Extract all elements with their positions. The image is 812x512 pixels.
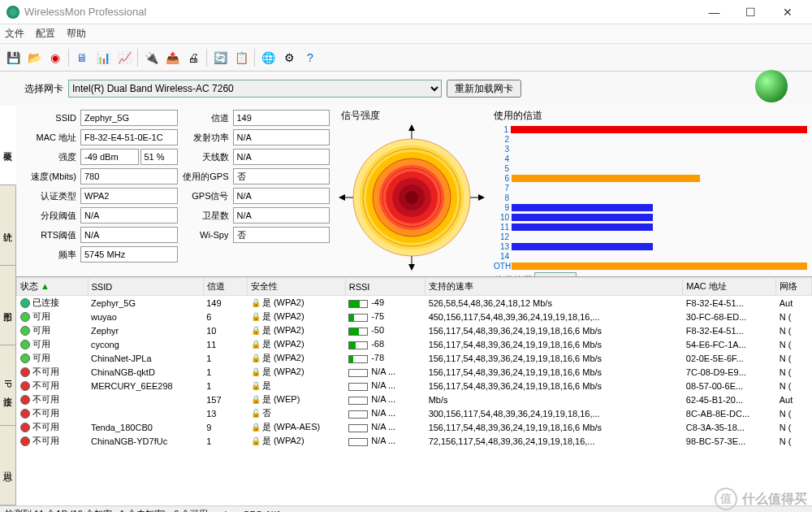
col-net[interactable]: 网络 [776,278,812,296]
clipboard-icon[interactable]: 📋 [231,48,251,67]
sats-value: N/A [233,207,330,223]
frag-label: 分段阈值 [21,210,78,222]
col-rssi[interactable]: RSSI [345,278,425,296]
menu-bar: 文件 配置 帮助 [0,24,812,44]
rts-label: RTS阈值 [21,229,78,241]
speed-value: 780 [80,168,178,184]
gps-label: 使用的GPS [180,171,231,183]
menu-file[interactable]: 文件 [5,27,24,41]
open-icon[interactable]: 📂 [24,48,44,67]
auth-label: 认证类型 [21,190,78,202]
speed-label: 速度(Mbits) [21,171,78,183]
stats-icon[interactable]: 📊 [93,48,113,67]
wispy-value: 否 [233,227,330,243]
tx-label: 发射功率 [180,132,231,144]
ant-value: N/A [233,149,330,165]
table-row[interactable]: 不可用MERCURY_6EE2981🔒是N/A ...156,117,54,48… [17,379,812,393]
ssid-label: SSID [21,113,78,123]
refresh-icon[interactable]: 🔄 [210,48,230,67]
channel-label: 信道 [180,112,231,124]
freq-value: 5745 MHz [80,246,178,263]
table-row[interactable]: 不可用157🔒是 (WEP)N/A ... Mb/s62-45-B1-20...… [17,393,812,406]
nic-label: 选择网卡 [24,82,63,96]
help-icon[interactable]: ? [300,48,320,67]
gpssig-label: GPS信号 [180,190,231,202]
svg-marker-2 [408,124,415,131]
gps-icon[interactable]: 🌐 [258,48,278,67]
col-status[interactable]: 状态 ▲ [17,278,89,296]
table-row[interactable]: 不可用ChinaNGB-qktD1🔒是 (WPA2)N/A ...156,117… [17,365,812,379]
signal-gauge [339,124,485,271]
vtab-3[interactable]: IP 连接 [0,345,15,425]
nic-select[interactable]: Intel(R) Dual Band Wireless-AC 7260 [68,80,442,98]
sats-label: 卫星数 [180,210,231,222]
globe-icon [755,70,788,102]
table-row[interactable]: 不可用ChinaNGB-YD7fUc1🔒是 (WPA2)N/A ...72,15… [17,434,812,448]
frag-value: N/A [80,207,178,223]
print-icon[interactable]: 🖨 [184,48,203,67]
table-row[interactable]: 可用cycong11🔒是 (WPA2)-68156,117,54,48,39,3… [17,337,812,351]
table-row[interactable]: 已连接Zephyr_5G149🔒是 (WPA2)-49526,58,54,48,… [17,296,812,310]
table-row[interactable]: 可用wuyao6🔒是 (WPA2)-75450,156,117,54,48,39… [17,310,812,323]
vtab-2[interactable]: 图形 [0,266,15,345]
status-gps: GPS: N/A [243,510,282,513]
menu-help[interactable]: 帮助 [67,27,86,41]
strength-pct-value: 51 % [140,149,178,165]
table-row[interactable]: 不可用Tenda_180CB09🔒是 (WPA-AES)N/A ...156,1… [17,420,812,434]
vtab-1[interactable]: 统计 [0,185,15,265]
save-icon[interactable]: 💾 [3,48,23,67]
vtab-4[interactable]: 日志 [0,426,15,505]
connect-icon[interactable]: 🔌 [141,48,161,67]
title-bar: WirelessMon Professional — ☐ ✕ [0,0,812,24]
table-row[interactable]: 可用Zephyr10🔒是 (WPA2)-50156,117,54,48,39,3… [17,323,812,337]
strength-label: 强度 [21,151,78,163]
tx-value: N/A [233,129,330,145]
rts-value: N/A [80,227,178,243]
col-ssid[interactable]: SSID [88,278,203,296]
status-bar: 检测到 11 个AP (10 个加密 - 1 个未加密) - 6 个可用 | G… [0,505,812,512]
minimize-button[interactable]: — [696,1,732,24]
mac-label: MAC 地址 [21,132,78,144]
app-icon [6,6,19,19]
chart-icon[interactable]: 📈 [114,48,134,67]
channel-bars: 1234567891011121314OTH [494,124,807,271]
svg-marker-4 [339,194,345,201]
close-button[interactable]: ✕ [769,1,806,24]
gauge-label: 信号强度 [341,109,380,123]
toolbar: 💾 📂 ◉ 🖥 📊 📈 🔌 📤 🖨 🔄 📋 🌐 ⚙ ? [0,44,812,72]
ap-table: 状态 ▲ SSID 信道 安全性 RSSI 支持的速率 MAC 地址 网络 已连… [16,277,812,448]
record-icon[interactable]: ◉ [45,48,65,67]
svg-point-14 [405,191,418,204]
col-mac[interactable]: MAC 地址 [683,278,776,296]
menu-config[interactable]: 配置 [36,27,55,41]
gps-value: 否 [233,168,330,184]
vtab-0[interactable]: 概要 [0,106,16,185]
svg-marker-5 [478,194,485,201]
table-row[interactable]: 可用ChinaNet-JPLa1🔒是 (WPA2)-78156,117,54,4… [17,351,812,365]
settings-icon[interactable]: ⚙ [279,48,299,67]
channel-value: 149 [233,110,330,126]
col-rates[interactable]: 支持的速率 [425,278,683,296]
gpssig-value: N/A [233,188,330,204]
status-ap-count: 检测到 11 个AP (10 个加密 - 1 个未加密) - 6 个可用 [5,508,208,512]
window-title: WirelessMon Professional [24,6,696,18]
table-row[interactable]: 不可用13🔓否N/A ...300,156,117,54,48,39,36,24… [17,406,812,420]
channels-label: 使用的信道 [494,109,807,123]
ssid-value: Zephyr_5G [80,110,178,126]
maximize-button[interactable]: ☐ [732,1,769,24]
auth-value: WPA2 [80,188,178,204]
networks-icon[interactable]: 🖥 [72,48,92,67]
strength-dbm-value: -49 dBm [80,149,139,165]
svg-marker-3 [408,264,415,271]
freq-label: 频率 [21,249,78,261]
mac-value: F8-32-E4-51-0E-1C [80,129,178,145]
reload-nic-button[interactable]: 重新加载网卡 [447,80,521,98]
ant-label: 天线数 [180,151,231,163]
export-icon[interactable]: 📤 [162,48,182,67]
col-channel[interactable]: 信道 [203,278,248,296]
col-security[interactable]: 安全性 [248,278,345,296]
wispy-label: Wi-Spy [180,230,231,240]
